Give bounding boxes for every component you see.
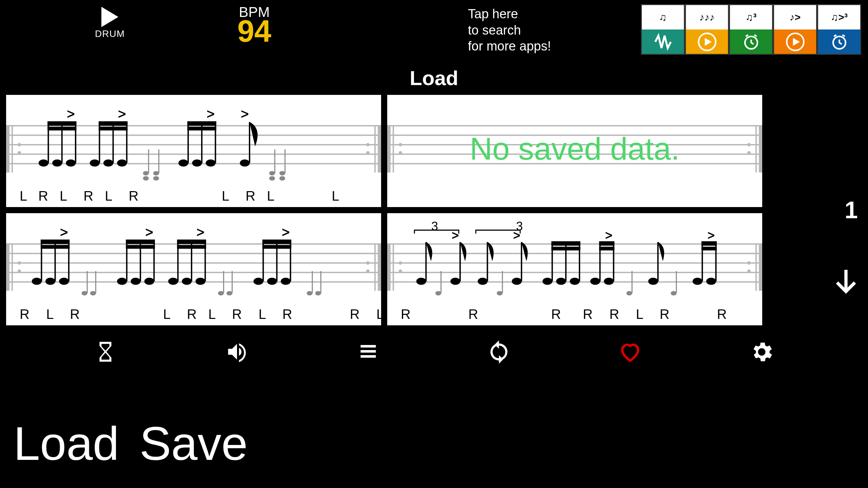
svg-point-26	[153, 176, 159, 180]
svg-text:>: >	[60, 225, 68, 240]
no-data-label: No saved data.	[387, 131, 762, 166]
list-icon	[356, 342, 380, 362]
svg-rect-75	[177, 245, 206, 248]
notation-3: > > > >	[20, 223, 361, 312]
svg-rect-20	[99, 127, 127, 130]
svg-rect-115	[552, 247, 580, 250]
svg-point-32	[206, 160, 215, 166]
pattern-cell-2[interactable]: No saved data.	[387, 95, 762, 207]
svg-point-46	[32, 278, 41, 285]
svg-rect-34	[188, 121, 216, 125]
search-apps-link[interactable]: Tap here to search for more apps!	[468, 6, 551, 55]
refresh-icon	[486, 339, 512, 365]
svg-point-105	[512, 278, 521, 285]
arrow-down-icon	[831, 264, 861, 298]
svg-point-8	[66, 160, 76, 166]
pattern-cell-3[interactable]: > > > >	[6, 213, 381, 325]
svg-rect-11	[47, 127, 76, 130]
svg-rect-74	[177, 240, 206, 244]
svg-rect-65	[126, 240, 155, 244]
favorite-button[interactable]	[617, 340, 643, 365]
svg-text:>: >	[605, 228, 612, 242]
app-icon-play	[774, 29, 816, 54]
app-icon-notes: ♫³	[730, 5, 772, 29]
search-line1: Tap here	[468, 6, 551, 22]
play-icon	[101, 7, 118, 27]
app-icon-play	[686, 29, 728, 54]
volume-icon	[223, 340, 251, 364]
list-button[interactable]	[356, 342, 380, 363]
load-button[interactable]: Load	[14, 416, 119, 471]
app-icon-4[interactable]: ♪>	[773, 4, 817, 55]
svg-point-108	[542, 278, 552, 285]
play-label: DRUM	[95, 28, 125, 39]
svg-point-68	[169, 278, 178, 285]
play-button[interactable]: DRUM	[95, 7, 125, 39]
svg-point-44	[280, 176, 285, 180]
app-icon-1[interactable]: ♫	[641, 4, 685, 55]
timer-button[interactable]	[94, 340, 117, 365]
svg-rect-134	[702, 247, 716, 250]
svg-text:>: >	[708, 228, 715, 242]
svg-point-6	[53, 160, 62, 166]
app-icon-notes: ♫	[642, 5, 684, 29]
svg-text:>: >	[207, 106, 215, 122]
gear-icon	[749, 339, 774, 365]
app-icon-3[interactable]: ♫³	[729, 4, 773, 55]
svg-text:>: >	[282, 225, 290, 240]
svg-point-116	[590, 278, 600, 285]
svg-point-92	[315, 291, 321, 295]
search-line2: to search	[468, 22, 551, 39]
app-icon-notes: ♫>³	[818, 5, 860, 29]
bpm-value: 94	[237, 18, 271, 45]
svg-point-15	[103, 160, 113, 166]
app-icon-5[interactable]: ♫>³	[817, 4, 861, 55]
svg-point-129	[693, 278, 702, 285]
svg-text:>: >	[452, 228, 459, 242]
svg-point-59	[117, 278, 127, 285]
svg-point-96	[436, 291, 441, 295]
svg-text:>: >	[241, 106, 249, 122]
loop-button[interactable]	[486, 339, 512, 366]
svg-point-94	[416, 278, 426, 285]
svg-point-48	[45, 278, 55, 285]
svg-point-57	[90, 291, 96, 295]
svg-text:>: >	[196, 225, 204, 240]
svg-point-30	[192, 160, 202, 166]
svg-point-77	[218, 291, 223, 295]
svg-rect-35	[188, 127, 216, 130]
svg-point-23	[143, 176, 149, 180]
hourglass-icon	[94, 340, 117, 364]
file-ops: Load Save	[14, 416, 248, 471]
app-icon-2[interactable]: ♪♪♪	[685, 4, 729, 55]
svg-rect-114	[552, 241, 580, 245]
svg-text:>: >	[513, 228, 520, 242]
svg-point-83	[267, 278, 277, 285]
svg-point-13	[90, 160, 99, 166]
pattern-cell-1[interactable]: > >	[6, 95, 381, 207]
search-line3: for more apps!	[468, 38, 551, 55]
settings-button[interactable]	[749, 339, 774, 366]
related-apps: ♫ ♪♪♪ ♫³ ♪>	[641, 4, 861, 55]
svg-point-103	[497, 291, 502, 295]
svg-point-61	[131, 278, 140, 285]
save-button[interactable]: Save	[139, 416, 248, 471]
svg-rect-137	[361, 350, 376, 353]
svg-point-43	[280, 171, 285, 175]
svg-point-85	[281, 278, 291, 285]
svg-rect-19	[99, 121, 127, 125]
page-down-button[interactable]	[831, 264, 861, 300]
volume-button[interactable]	[223, 340, 251, 365]
heart-icon	[617, 340, 643, 364]
svg-rect-138	[361, 355, 376, 358]
svg-point-37	[240, 160, 250, 166]
bpm-display[interactable]: BPM 94	[237, 4, 271, 45]
notation-4: > > >	[401, 223, 742, 312]
pattern-cell-4[interactable]: 3 3 > >	[387, 213, 762, 325]
svg-point-90	[307, 291, 312, 295]
svg-point-40	[269, 171, 275, 175]
app-icon-clock	[818, 29, 860, 54]
sticking-1: L R L R L R L R L L	[20, 188, 368, 204]
svg-point-98	[451, 278, 460, 285]
svg-point-72	[196, 278, 205, 285]
